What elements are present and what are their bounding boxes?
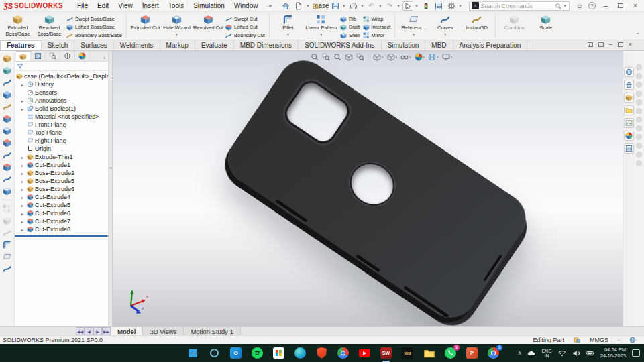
dimmed-tool-icon[interactable]: [636, 134, 642, 140]
expand-arrow[interactable]: ▸: [21, 171, 25, 176]
curves-button[interactable]: Curves ▾: [429, 13, 461, 36]
tree-item-boss-extrude6[interactable]: ▸Boss-Extrude6: [15, 185, 108, 193]
chrome-button[interactable]: [337, 347, 350, 359]
tool-swept-cut-icon[interactable]: [2, 150, 12, 160]
tab-features[interactable]: Features: [0, 40, 42, 50]
tool-pattern-icon-disabled[interactable]: [2, 204, 12, 214]
graphics-viewport[interactable]: ▾ ▾ ▾ ▾ ▾ ▾ x z: [113, 51, 623, 326]
menu-tools[interactable]: Tools: [164, 2, 189, 9]
dimmed-tool-icon[interactable]: [636, 73, 642, 79]
new-document-button[interactable]: [293, 1, 304, 11]
view-palette-tab[interactable]: [624, 118, 634, 128]
lofted-cut-button[interactable]: Lofted Cut: [224, 23, 266, 31]
file-explorer-tab[interactable]: [624, 105, 634, 115]
tree-item-cut-extrude7[interactable]: ▸Cut-Extrude7: [15, 217, 108, 225]
tab-sketch[interactable]: Sketch: [42, 40, 75, 50]
spotify-button[interactable]: [251, 347, 264, 359]
scroll-last-button[interactable]: ▶▶: [102, 327, 111, 335]
expand-arrow[interactable]: ▸: [21, 99, 25, 103]
outlook-button[interactable]: O: [229, 347, 242, 359]
hide-show-items-button[interactable]: ▾: [400, 53, 411, 61]
fillet-caret[interactable]: ▾: [287, 32, 289, 36]
mirror-button[interactable]: Mirror: [362, 32, 392, 39]
revolved-boss-button[interactable]: Revolved Boss/Base: [34, 13, 65, 37]
rollback-bar[interactable]: [15, 235, 108, 237]
globe-status-icon[interactable]: [629, 337, 636, 344]
print-dropdown-caret[interactable]: ▾: [362, 3, 364, 8]
tree-item-annotations[interactable]: ▸Annotations: [15, 97, 108, 105]
dimmed-tool-icon[interactable]: [636, 90, 642, 97]
file-properties-button[interactable]: [433, 1, 444, 11]
search-icon[interactable]: [555, 3, 561, 9]
tree-root-part[interactable]: case (Default<<Default>_Display St: [15, 72, 108, 80]
sheet-properties-icon[interactable]: [574, 337, 580, 344]
whatsapp-button[interactable]: 3: [444, 347, 457, 359]
clock[interactable]: 04:24 PM24-10-2023: [600, 347, 626, 359]
menu-window[interactable]: Window: [229, 2, 263, 9]
doc-close-button[interactable]: ×: [629, 42, 632, 48]
help-icon[interactable]: ?: [588, 2, 596, 9]
tab-solidworks-addins[interactable]: SOLIDWORKS Add-Ins: [299, 40, 381, 50]
swept-boss-button[interactable]: Swept Boss/Base: [65, 15, 123, 23]
combine-button[interactable]: Combine: [498, 13, 530, 32]
fillet-button[interactable]: Fillet ▾: [272, 13, 304, 36]
tool-swept-boss-icon[interactable]: [2, 78, 12, 88]
expand-arrow[interactable]: ▸: [21, 107, 25, 111]
tree-item-right-plane[interactable]: ▸Right Plane: [15, 137, 108, 145]
select-dropdown-caret[interactable]: ▾: [416, 3, 418, 8]
view-settings-button[interactable]: ▾: [442, 53, 453, 61]
dimmed-tool-icon[interactable]: [636, 160, 642, 166]
tree-item-front-plane[interactable]: ▸Front Plane: [15, 121, 108, 129]
displaymanager-tab[interactable]: [75, 51, 90, 61]
configurationmanager-tab[interactable]: [46, 51, 60, 61]
select-button[interactable]: [402, 1, 413, 11]
file-explorer-button[interactable]: [423, 347, 435, 359]
menu-edit[interactable]: Edit: [93, 2, 113, 9]
save-button[interactable]: [330, 1, 341, 11]
save-dropdown-caret[interactable]: ▾: [343, 3, 345, 8]
start-button[interactable]: [186, 347, 199, 359]
dynamic-annotation-button[interactable]: [356, 53, 364, 61]
instant3d-button[interactable]: Instant3D: [461, 13, 492, 32]
edit-appearance-button[interactable]: ▾: [415, 53, 425, 61]
expand-arrow[interactable]: ▸: [21, 219, 25, 224]
tool-hole-wizard-icon[interactable]: [2, 126, 12, 136]
language-indicator[interactable]: ENGIN: [541, 349, 551, 358]
tool-reference-geometry-icon[interactable]: [2, 252, 12, 262]
solidworks-resources-tab[interactable]: [624, 67, 634, 77]
rebuild-button[interactable]: [421, 1, 431, 11]
tree-item-solid-bodies[interactable]: ▸Solid Bodies(1): [15, 105, 108, 113]
battery-icon[interactable]: [586, 349, 594, 357]
scale-button[interactable]: Scale: [530, 13, 561, 32]
tree-item-cut-extrude1[interactable]: ▸Cut-Extrude1: [15, 161, 108, 169]
shell-button[interactable]: Shell: [339, 32, 362, 39]
doc-tile-icon[interactable]: [598, 42, 604, 47]
zoom-to-fit-button[interactable]: [311, 53, 319, 61]
tool-curves-icon[interactable]: [2, 264, 12, 274]
boundary-boss-button[interactable]: Boundary Boss/Base: [65, 32, 123, 39]
propertymanager-tab[interactable]: [31, 51, 46, 61]
draft-button[interactable]: Draft: [339, 23, 362, 31]
dimmed-tool-icon[interactable]: [636, 108, 642, 114]
dimmed-tool-icon[interactable]: [636, 152, 642, 158]
doc-restore-button[interactable]: [618, 42, 623, 47]
previous-view-button[interactable]: [333, 53, 341, 61]
units-label[interactable]: MMGS: [590, 337, 608, 343]
extruded-boss-button[interactable]: Extruded Boss/Base: [2, 13, 34, 37]
tool-shell-icon[interactable]: [2, 186, 12, 196]
custom-properties-tab[interactable]: [624, 143, 634, 154]
design-library-tab[interactable]: [624, 93, 634, 103]
expand-arrow[interactable]: ▸: [21, 179, 25, 184]
tool-fillet-icon[interactable]: [2, 240, 12, 250]
tool-extruded-boss-icon[interactable]: [2, 54, 12, 64]
splitter-collapse-arrow[interactable]: ◂: [109, 165, 111, 170]
hole-wizard-caret[interactable]: ▾: [176, 32, 178, 36]
search-commands-box[interactable]: › ▾: [469, 1, 570, 11]
menu-file[interactable]: File: [72, 2, 93, 9]
dimxpertmanager-tab[interactable]: [60, 51, 75, 61]
tree-item-extrude-thin1[interactable]: ▸Extrude-Thin1: [15, 153, 108, 161]
expand-arrow[interactable]: ▸: [21, 187, 25, 192]
swept-cut-button[interactable]: Swept Cut: [224, 15, 266, 23]
options-button[interactable]: [446, 1, 457, 11]
restore-button[interactable]: [616, 2, 625, 9]
